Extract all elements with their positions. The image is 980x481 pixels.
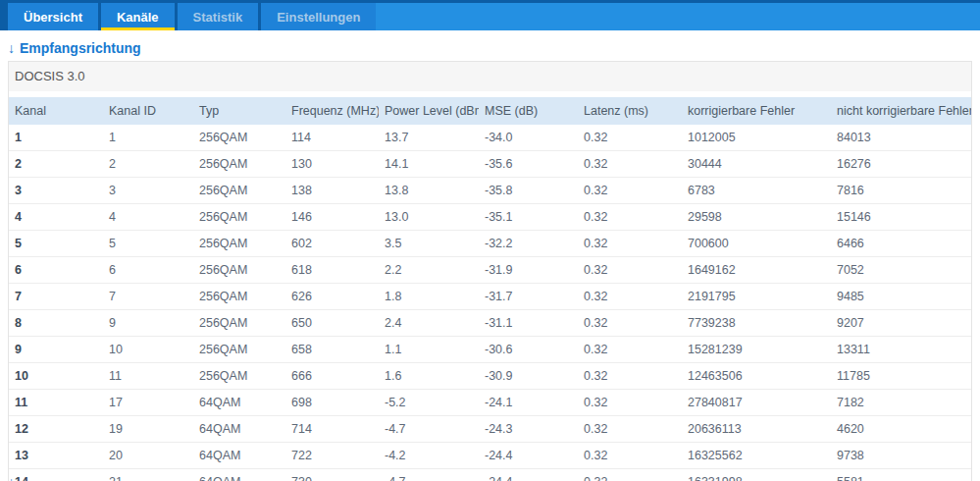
table-cell: 3 — [9, 178, 103, 204]
table-cell: 20 — [103, 443, 193, 469]
tab-uebersicht[interactable]: Übersicht — [8, 3, 98, 30]
table-row: 77256QAM6261.8-31.70.3221917959485 — [9, 284, 971, 310]
table-cell: -24.4 — [479, 443, 578, 469]
table-cell: -24.1 — [479, 390, 578, 416]
table-cell: 1 — [103, 125, 193, 151]
table-cell: 7 — [103, 284, 193, 310]
table-cell: -31.7 — [479, 284, 578, 310]
table-cell: 14 — [9, 469, 103, 481]
column-header: Frequenz (MHz) — [285, 97, 379, 125]
channels-table: KanalKanal IDTypFrequenz (MHz)Power Leve… — [9, 97, 971, 481]
table-cell: 13.0 — [379, 204, 479, 231]
table-cell: 0.32 — [578, 204, 682, 231]
table-header-row: KanalKanal IDTypFrequenz (MHz)Power Leve… — [9, 97, 971, 125]
table-row: 11256QAM11413.7-34.00.32101200584013 — [9, 125, 971, 151]
tab-einstellungen[interactable]: Einstellungen — [261, 3, 376, 30]
column-header: korrigierbare Fehler — [682, 97, 831, 125]
table-cell: 64QAM — [193, 416, 285, 443]
table-cell: 9 — [103, 310, 193, 337]
table-cell: 13.8 — [379, 178, 479, 204]
next-section-link-cutoff[interactable]: ↓ — [8, 474, 15, 481]
table-cell: 700600 — [682, 231, 831, 257]
table-cell: 5 — [103, 231, 193, 257]
table-cell: 0.32 — [578, 469, 682, 481]
tab-statistik[interactable]: Statistik — [178, 3, 259, 30]
table-cell: 3 — [103, 178, 193, 204]
table-cell: 256QAM — [193, 204, 285, 231]
down-arrow-icon: ↓ — [8, 474, 15, 481]
table-cell: -30.6 — [479, 337, 578, 363]
table-cell: 15281239 — [682, 337, 831, 363]
table-cell: 2.4 — [379, 310, 479, 337]
section-title: DOCSIS 3.0 — [9, 62, 971, 91]
tab-kanaele[interactable]: Kanäle — [101, 3, 175, 30]
table-cell: 130 — [285, 151, 379, 178]
table-cell: 0.32 — [578, 284, 682, 310]
table-cell: -30.9 — [479, 363, 578, 390]
table-cell: 602 — [285, 231, 379, 257]
table-cell: 0.32 — [578, 337, 682, 363]
table-cell: 0.32 — [578, 416, 682, 443]
table-cell: 21 — [103, 469, 193, 481]
table-cell: 2191795 — [682, 284, 831, 310]
table-cell: 0.32 — [578, 257, 682, 284]
table-cell: 30444 — [682, 151, 831, 178]
table-cell: 12463506 — [682, 363, 831, 390]
table-cell: 7 — [9, 284, 103, 310]
table-cell: 64QAM — [193, 443, 285, 469]
table-cell: 256QAM — [193, 178, 285, 204]
table-cell: 4 — [103, 204, 193, 231]
table-cell: 9 — [9, 337, 103, 363]
table-cell: 1012005 — [682, 125, 831, 151]
docsis-panel: DOCSIS 3.0 KanalKanal IDTypFrequenz (MHz… — [8, 61, 972, 481]
table-cell: 4 — [9, 204, 103, 231]
column-header: Power Level (dBmV) — [379, 97, 479, 125]
column-header: nicht korrigierbare Fehler — [831, 97, 971, 125]
table-row: 111764QAM698-5.2-24.10.32278408177182 — [9, 390, 971, 416]
table-cell: 11785 — [831, 363, 971, 390]
table-cell: -35.6 — [479, 151, 578, 178]
table-row: 66256QAM6182.2-31.90.3216491627052 — [9, 257, 971, 284]
table-cell: 714 — [285, 416, 379, 443]
table-cell: 5581 — [831, 469, 971, 481]
column-header: Latenz (ms) — [578, 97, 682, 125]
table-cell: 6466 — [831, 231, 971, 257]
table-row: 910256QAM6581.1-30.60.321528123913311 — [9, 337, 971, 363]
table-cell: -4.7 — [379, 469, 479, 481]
table-row: 22256QAM13014.1-35.60.323044416276 — [9, 151, 971, 178]
table-row: 55256QAM6023.5-32.20.327006006466 — [9, 231, 971, 257]
table-cell: 64QAM — [193, 390, 285, 416]
table-cell: 618 — [285, 257, 379, 284]
table-cell: 11 — [103, 363, 193, 390]
table-cell: 19 — [103, 416, 193, 443]
table-cell: 2 — [103, 151, 193, 178]
table-cell: -34.0 — [479, 125, 578, 151]
table-cell: 7739238 — [682, 310, 831, 337]
table-cell: 0.32 — [578, 178, 682, 204]
table-cell: 16276 — [831, 151, 971, 178]
table-cell: 16331998 — [682, 469, 831, 481]
table-cell: 9738 — [831, 443, 971, 469]
table-cell: 626 — [285, 284, 379, 310]
table-cell: 2.2 — [379, 257, 479, 284]
table-cell: 14.1 — [379, 151, 479, 178]
table-cell: -4.7 — [379, 416, 479, 443]
table-row: 121964QAM714-4.7-24.30.32206361134620 — [9, 416, 971, 443]
table-cell: 1.6 — [379, 363, 479, 390]
column-header: Kanal — [9, 97, 103, 125]
table-cell: 27840817 — [682, 390, 831, 416]
table-cell: 0.32 — [578, 310, 682, 337]
table-cell: 10 — [9, 363, 103, 390]
table-cell: -31.9 — [479, 257, 578, 284]
empfangsrichtung-link[interactable]: ↓ Empfangsrichtung — [8, 40, 141, 56]
table-cell: 146 — [285, 204, 379, 231]
table-cell: 17 — [103, 390, 193, 416]
column-header: MSE (dB) — [479, 97, 578, 125]
tab-strip: Übersicht Kanäle Statistik Einstellungen — [0, 3, 376, 30]
table-cell: 3.5 — [379, 231, 479, 257]
table-cell: 0.32 — [578, 390, 682, 416]
table-cell: 256QAM — [193, 337, 285, 363]
column-header: Kanal ID — [103, 97, 193, 125]
table-cell: -35.1 — [479, 204, 578, 231]
table-cell: -24.3 — [479, 416, 578, 443]
